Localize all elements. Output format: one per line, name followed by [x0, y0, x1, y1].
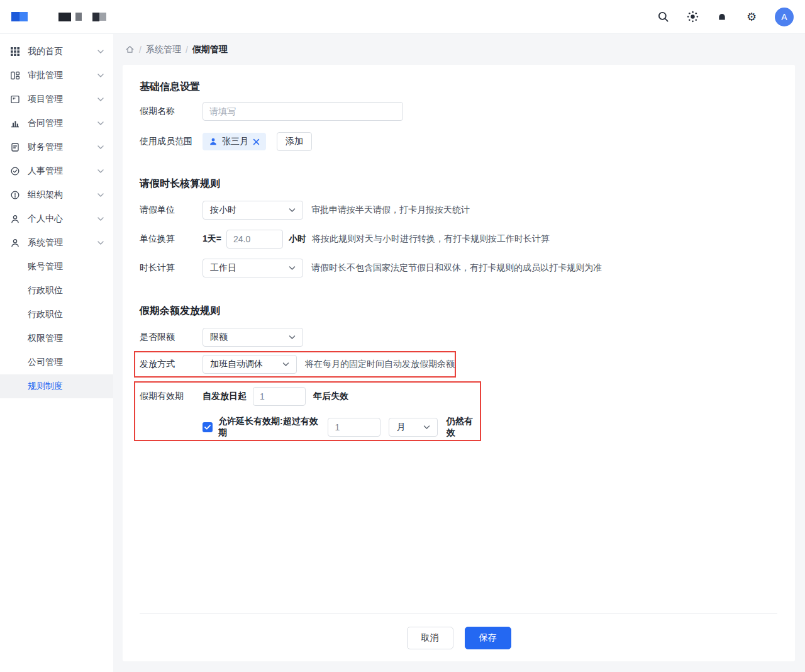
remove-member-icon[interactable] [253, 138, 260, 145]
holiday-name-row: 假期名称 [140, 102, 778, 121]
section-title-basic: 基础信息设置 [140, 80, 778, 94]
user-icon [10, 238, 21, 249]
extend-row: 允许延长有效期:超过有效期 月 仍然有效 [203, 416, 480, 439]
validity-highlight: 假期有效期 自发放日起 年后失效 允许延长有效期:超过有效期 月 仍然有效 [134, 381, 481, 441]
validity-row: 假期有效期 自发放日起 年后失效 [140, 387, 480, 406]
sidebar-subitem-positions-2[interactable]: 行政职位 [0, 303, 113, 327]
check-circle-icon [10, 166, 21, 177]
cancel-button[interactable]: 取消 [407, 627, 453, 649]
logo-text-block [92, 13, 99, 21]
sidebar-subitem-company[interactable]: 公司管理 [0, 350, 113, 374]
sidebar-item-label: 合同管理 [28, 118, 63, 129]
avatar[interactable]: A [775, 8, 794, 26]
chevron-down-icon [97, 240, 104, 245]
extend-checkbox[interactable] [203, 422, 213, 432]
breadcrumb: / 系统管理 / 假期管理 [113, 34, 805, 65]
sidebar-subitem-permissions[interactable]: 权限管理 [0, 327, 113, 350]
breadcrumb-parent[interactable]: 系统管理 [146, 44, 181, 55]
document-icon [10, 142, 21, 153]
gear-icon[interactable]: ⚙ [745, 11, 758, 23]
quota-label: 是否限额 [140, 332, 203, 343]
sidebar-item-org[interactable]: 组织架构 [0, 183, 113, 207]
section-title-balance: 假期余额发放规则 [140, 304, 778, 318]
holiday-name-input[interactable] [203, 102, 403, 121]
unit-convert-label: 单位换算 [140, 233, 203, 245]
sidebar-subitem-accounts[interactable]: 账号管理 [0, 255, 113, 279]
grant-method-highlight: 发放方式 加班自动调休 将在每月的固定时间自动发放假期余额 [134, 351, 456, 378]
footer-divider [140, 613, 777, 614]
sidebar-item-label: 财务管理 [28, 142, 63, 153]
quota-value: 限额 [210, 332, 228, 343]
breadcrumb-separator: / [139, 45, 142, 55]
unit-convert-suffix: 小时 [289, 233, 306, 245]
search-icon[interactable] [657, 11, 669, 23]
extend-amount-input[interactable] [328, 418, 380, 437]
extend-suffix: 仍然有效 [447, 416, 480, 439]
sidebar-item-approvals[interactable]: 审批管理 [0, 64, 113, 87]
chevron-down-icon [289, 208, 296, 213]
home-icon[interactable] [125, 45, 135, 54]
calc-rule-label: 时长计算 [140, 262, 203, 274]
bar-chart-icon [10, 118, 21, 129]
logo-text-block [75, 13, 82, 21]
sidebar-subitem-label: 账号管理 [28, 261, 63, 272]
holiday-name-label: 假期名称 [140, 106, 203, 117]
settings-card: 基础信息设置 假期名称 使用成员范围 张三月 添加 请假时长核算规则 请假单位 … [123, 65, 795, 661]
sidebar-item-label: 审批管理 [28, 70, 63, 81]
chevron-down-icon [289, 266, 296, 271]
unit-convert-input[interactable] [226, 230, 283, 249]
sidebar-item-projects[interactable]: 项目管理 [0, 87, 113, 111]
grant-method-select[interactable]: 加班自动调休 [203, 355, 297, 374]
chevron-down-icon [97, 121, 104, 126]
footer-buttons: 取消 保存 [123, 627, 795, 649]
breadcrumb-separator: / [186, 45, 188, 55]
sidebar-subitem-label: 权限管理 [28, 333, 63, 344]
sidebar-subitem-rules-active[interactable]: 规则制度 [0, 374, 113, 398]
sidebar-item-label: 个人中心 [28, 213, 63, 225]
sidebar-subitem-label: 规则制度 [28, 381, 63, 392]
brightness-icon[interactable] [686, 11, 699, 23]
quota-row: 是否限额 限额 [140, 328, 778, 347]
leave-unit-select[interactable]: 按小时 [203, 201, 303, 220]
sidebar-item-home[interactable]: 我的首页 [0, 40, 113, 64]
grant-method-label: 发放方式 [140, 359, 203, 370]
chevron-down-icon [289, 335, 296, 340]
chevron-down-icon [97, 73, 104, 78]
sidebar-item-finance[interactable]: 财务管理 [0, 135, 113, 159]
sidebar-item-hr[interactable]: 人事管理 [0, 159, 113, 183]
calc-rule-row: 时长计算 工作日 请假时长不包含国家法定节假日和双休，有打卡规则的成员以打卡规则… [140, 259, 778, 277]
sidebar-item-personal[interactable]: 个人中心 [0, 207, 113, 231]
sidebar-subitem-label: 行政职位 [28, 285, 63, 296]
sidebar-subitem-positions-1[interactable]: 行政职位 [0, 279, 113, 303]
project-icon [10, 94, 21, 105]
validity-years-input[interactable] [253, 387, 306, 406]
member-chip-name: 张三月 [222, 136, 248, 147]
calc-rule-select[interactable]: 工作日 [203, 259, 303, 277]
top-actions: ⚙ A [657, 8, 794, 26]
sidebar-item-contracts[interactable]: 合同管理 [0, 111, 113, 135]
chevron-down-icon [97, 97, 104, 102]
bell-icon[interactable] [716, 11, 728, 23]
save-button[interactable]: 保存 [465, 627, 511, 649]
quota-select[interactable]: 限额 [203, 328, 303, 347]
logo-text-block [58, 13, 71, 21]
chevron-down-icon [97, 49, 104, 54]
leave-unit-hint: 审批申请按半天请假，打卡月报按天统计 [311, 204, 470, 216]
sidebar-item-label: 项目管理 [28, 94, 63, 105]
validity-suffix: 年后失效 [313, 391, 348, 402]
validity-prefix: 自发放日起 [203, 391, 247, 402]
extend-unit-select[interactable]: 月 [389, 418, 437, 437]
grid-icon [10, 47, 21, 57]
logo-mark [11, 12, 28, 21]
chevron-down-icon [282, 362, 289, 367]
unit-convert-hint: 将按此规则对天与小时进行转换，有打卡规则按工作时长计算 [312, 233, 550, 245]
member-scope-label: 使用成员范围 [140, 136, 203, 147]
member-chip: 张三月 [203, 133, 266, 150]
calc-rule-value: 工作日 [210, 262, 236, 274]
top-bar: ⚙ A [0, 0, 805, 34]
add-member-button[interactable]: 添加 [277, 132, 312, 151]
breadcrumb-current: 假期管理 [192, 44, 228, 55]
chevron-down-icon [97, 216, 104, 221]
section-title-duration: 请假时长核算规则 [140, 177, 778, 191]
sidebar-item-system[interactable]: 系统管理 [0, 231, 113, 255]
